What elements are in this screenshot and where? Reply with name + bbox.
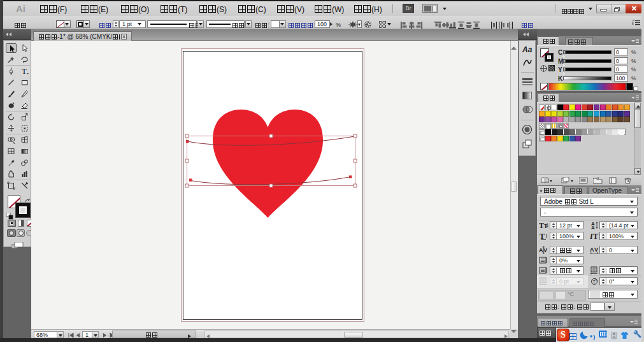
svg-text:T: T xyxy=(539,221,544,229)
svg-text:T: T xyxy=(540,232,545,240)
svg-text:A: A xyxy=(591,225,595,229)
svg-text:T: T xyxy=(22,67,27,75)
svg-text:V: V xyxy=(543,247,547,253)
svg-text:A: A xyxy=(539,247,543,253)
svg-text:T: T xyxy=(593,280,596,284)
svg-text:V: V xyxy=(594,246,598,253)
svg-text:T: T xyxy=(593,232,598,240)
svg-text:A: A xyxy=(590,246,594,253)
